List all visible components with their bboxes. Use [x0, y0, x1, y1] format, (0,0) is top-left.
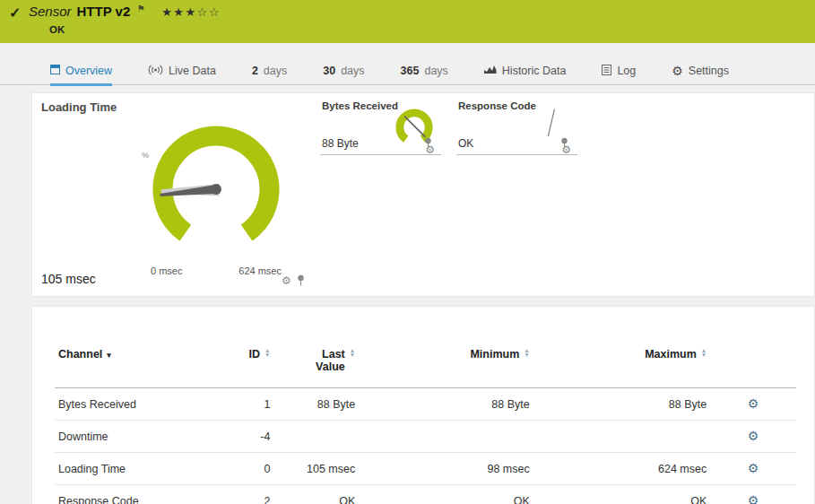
channel-maximum: OK	[533, 485, 711, 504]
card-divider	[320, 154, 441, 155]
tab-log[interactable]: Log	[602, 57, 636, 84]
column-label: Maximum	[645, 348, 697, 361]
tab-30-days[interactable]: 30 days	[323, 57, 364, 84]
tab-365-days[interactable]: 365 days	[401, 57, 448, 84]
gauge-body: 88 Byte ⚙	[313, 111, 445, 152]
channel-minimum: 88 Byte	[359, 388, 533, 421]
tab-overview[interactable]: Overview	[50, 57, 112, 86]
column-header-minimum[interactable]: Minimum▲▼	[359, 341, 533, 388]
sensor-status-badge: OK	[49, 24, 65, 35]
loading-time-gauge	[140, 113, 292, 265]
column-header-id[interactable]: ID▲▼	[221, 341, 274, 388]
tab-label: Live Data	[169, 65, 216, 77]
gauge-footer-icons: ⚙	[282, 274, 305, 286]
caret-down-icon: ▾	[107, 351, 111, 360]
loading-time-gauge-section: Loading Time % 0 msec 624 msec 105 msec …	[32, 93, 342, 296]
channels-table-panel: Channel▾ ID▲▼ Last Value▲▼ Minimum▲▼ Max…	[31, 306, 815, 504]
sensor-header: ✓ SensorHTTP v2 ⚑ ★★★☆☆ OK	[0, 0, 815, 43]
channel-last-value: 105 msec	[273, 453, 359, 485]
sensor-title-prefix: Sensor	[29, 4, 72, 19]
channel-id: 1	[221, 388, 274, 421]
settings-gear-icon: ⚙	[672, 65, 683, 77]
table-row: Loading Time 0 105 msec 98 msec 624 msec…	[55, 453, 796, 485]
overview-icon	[50, 65, 60, 77]
gauge-title: Loading Time	[41, 100, 117, 114]
channels-table: Channel▾ ID▲▼ Last Value▲▼ Minimum▲▼ Max…	[55, 341, 796, 504]
channel-id: 0	[221, 453, 274, 485]
flag-icon[interactable]: ⚑	[137, 4, 145, 13]
column-header-channel[interactable]: Channel▾	[55, 341, 221, 388]
channel-id: -4	[221, 421, 274, 453]
column-label: Last Value	[309, 348, 345, 373]
tab-settings[interactable]: ⚙ Settings	[672, 57, 729, 84]
status-ok-check-icon: ✓	[9, 4, 21, 22]
gauge-scale-min: 0 msec	[151, 265, 182, 276]
column-header-maximum[interactable]: Maximum▲▼	[533, 341, 711, 388]
channel-settings-icon[interactable]: ⚙	[748, 461, 759, 475]
live-data-icon	[148, 65, 163, 78]
tab-unit: days	[264, 65, 287, 77]
tab-bar: Overview Live Data 2 days 30 days 365 da…	[0, 57, 815, 85]
loading-time-value: 105 msec	[41, 272, 96, 286]
gauges-panel: Loading Time % 0 msec 624 msec 105 msec …	[31, 92, 815, 297]
tab-unit: days	[341, 65, 364, 77]
channel-settings-icon[interactable]: ⚙	[748, 429, 759, 443]
tab-number: 30	[323, 65, 335, 77]
tab-number: 365	[401, 65, 420, 77]
gauge-scale-max: 624 msec	[238, 265, 282, 276]
sort-icon: ▲▼	[350, 348, 355, 357]
table-row: Downtime -4 ⚙	[55, 421, 796, 453]
tab-label: Log	[617, 65, 636, 77]
channel-id: 2	[221, 485, 274, 504]
channel-name[interactable]: Bytes Received	[55, 388, 221, 421]
channel-last-value: OK	[273, 485, 359, 504]
channel-minimum	[359, 421, 533, 453]
column-label: ID	[248, 348, 260, 361]
sensor-title-row: SensorHTTP v2 ⚑ ★★★☆☆	[29, 4, 221, 20]
priority-stars[interactable]: ★★★☆☆	[161, 5, 221, 19]
sort-icon: ▲▼	[524, 348, 529, 357]
gauge-footer-icons: ⚙	[425, 144, 439, 155]
tab-2-days[interactable]: 2 days	[252, 57, 287, 84]
gauge-scale: 0 msec 624 msec	[140, 265, 292, 276]
table-header-row: Channel▾ ID▲▼ Last Value▲▼ Minimum▲▼ Max…	[55, 341, 796, 388]
response-code-gauge-card: Response Code OK ⚙	[449, 100, 581, 155]
sensor-title: HTTP v2	[77, 4, 131, 19]
sort-icon: ▲▼	[701, 348, 707, 357]
gauge-body: OK ⚙	[449, 111, 581, 152]
channel-last-value: 88 Byte	[273, 388, 359, 421]
tab-label: Settings	[689, 65, 729, 77]
tab-number: 2	[252, 65, 258, 77]
tab-label: Historic Data	[502, 65, 567, 77]
channel-last-value	[273, 421, 359, 453]
channel-minimum: OK	[359, 485, 533, 504]
gauge-footer-icons: ⚙	[561, 144, 576, 155]
card-divider	[456, 154, 577, 155]
tab-live-data[interactable]: Live Data	[148, 57, 216, 84]
log-icon	[602, 65, 611, 78]
bytes-received-value: 88 Byte	[322, 137, 359, 150]
channel-settings-icon[interactable]: ⚙	[748, 396, 759, 411]
channel-maximum: 88 Byte	[533, 388, 711, 421]
column-label: Channel	[58, 348, 102, 361]
channel-name[interactable]: Downtime	[55, 421, 221, 453]
table-row: Response Code 2 OK OK OK ⚙	[55, 485, 796, 504]
table-row: Bytes Received 1 88 Byte 88 Byte 88 Byte…	[55, 388, 796, 421]
channel-maximum: 624 msec	[533, 453, 711, 485]
column-label: Minimum	[470, 348, 519, 361]
response-code-value: OK	[458, 137, 473, 150]
tab-historic-data[interactable]: Historic Data	[484, 57, 567, 84]
channel-name[interactable]: Response Code	[55, 485, 221, 504]
column-header-last-value[interactable]: Last Value▲▼	[273, 341, 359, 388]
historic-data-icon	[484, 65, 497, 77]
gauge-pin-icon[interactable]	[297, 274, 305, 286]
column-header-actions	[710, 341, 796, 388]
gauge-axis-label: %	[142, 151, 149, 160]
channel-settings-icon[interactable]: ⚙	[748, 493, 759, 504]
channel-name[interactable]: Loading Time	[55, 453, 221, 485]
bytes-received-gauge-card: Bytes Received 88 Byte ⚙	[313, 100, 445, 155]
sort-icon: ▲▼	[264, 348, 270, 357]
channel-maximum	[533, 421, 711, 453]
gauge-settings-icon[interactable]: ⚙	[282, 275, 291, 286]
channel-minimum: 98 msec	[359, 453, 533, 485]
